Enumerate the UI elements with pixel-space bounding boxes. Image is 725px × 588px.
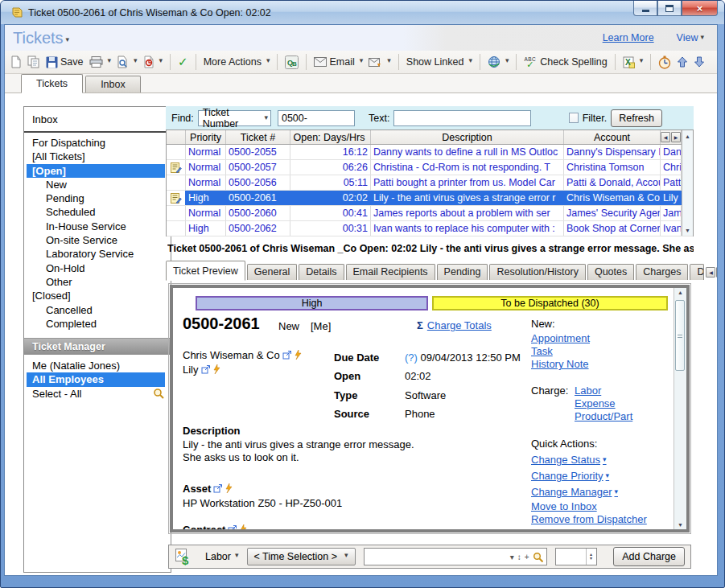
- minimize-button[interactable]: [633, 1, 657, 16]
- change-priority-link[interactable]: Change Priority: [531, 470, 609, 482]
- quickbooks-button[interactable]: QB: [285, 56, 299, 69]
- more-actions-button[interactable]: More Actions: [204, 56, 270, 68]
- tab-resolution-history[interactable]: Resolution/History: [489, 264, 585, 280]
- sidebar-item-cancelled[interactable]: Cancelled: [24, 303, 171, 317]
- item-combo[interactable]: ▾ ↕ +: [364, 548, 547, 565]
- check-spelling-button[interactable]: ABC✓Check Spelling: [524, 56, 607, 68]
- quantity-stepper[interactable]: ▴▾: [555, 548, 597, 565]
- approve-button[interactable]: ✓: [178, 55, 188, 69]
- new-task-link[interactable]: Task: [531, 345, 553, 357]
- ticket-number-input[interactable]: [278, 110, 355, 126]
- table-row[interactable]: Normal 0500-2060 00:41 James reports abo…: [167, 206, 693, 221]
- preview-vertical-scrollbar[interactable]: ▲ ▼: [674, 288, 686, 529]
- change-status-link[interactable]: Change Status: [531, 454, 607, 466]
- find-field-select[interactable]: Ticket Number: [198, 110, 271, 126]
- time-selection-button[interactable]: < Time Selection >: [247, 548, 356, 565]
- tab-email-recipients[interactable]: Email Recipients: [346, 264, 435, 280]
- learn-more-link[interactable]: Learn More: [603, 32, 654, 43]
- copy-button[interactable]: [27, 56, 40, 68]
- tab-tickets[interactable]: Tickets: [21, 74, 83, 93]
- tab-pending[interactable]: Pending: [437, 264, 488, 280]
- spin-down-icon[interactable]: ▾: [590, 557, 592, 561]
- tab-details[interactable]: Details: [299, 264, 344, 280]
- grid-header-open[interactable]: Open: Days/Hrs: [290, 130, 371, 144]
- tab-scroll-right-icon[interactable]: ▶: [716, 267, 718, 278]
- sidebar-item-closed[interactable]: [Closed]: [24, 289, 171, 302]
- sidebar-item-completed[interactable]: Completed: [24, 317, 171, 331]
- grid-header-ticket[interactable]: Ticket #: [226, 130, 290, 144]
- change-manager-link[interactable]: Change Manager: [531, 486, 618, 498]
- refresh-button[interactable]: Refresh: [611, 109, 662, 127]
- lightning-icon[interactable]: [213, 364, 220, 374]
- maximize-button[interactable]: [657, 1, 682, 16]
- open-link-icon[interactable]: [201, 365, 211, 374]
- add-charge-button[interactable]: Add Charge: [613, 547, 685, 566]
- charge-labor-link[interactable]: Labor: [575, 384, 601, 397]
- save-button[interactable]: Save: [46, 56, 84, 68]
- tab-scroll-left-icon[interactable]: ◀: [706, 267, 715, 278]
- previous-record-button[interactable]: [677, 56, 688, 68]
- scroll-right-icon[interactable]: ▶: [671, 132, 681, 142]
- scroll-up-icon[interactable]: ▲: [674, 290, 686, 295]
- sidebar-item-laboratory-service[interactable]: Laboratory Service: [24, 247, 171, 261]
- timer-button[interactable]: [658, 56, 671, 69]
- due-date-help[interactable]: (?): [405, 352, 418, 364]
- new-history-note-link[interactable]: History Note: [531, 358, 589, 370]
- lightning-icon[interactable]: [295, 350, 302, 360]
- print-preview-button[interactable]: [117, 56, 138, 68]
- charge-totals-link[interactable]: Charge Totals: [427, 319, 492, 331]
- web-button[interactable]: [488, 56, 509, 68]
- charge-totals[interactable]: ΣCharge Totals: [417, 319, 492, 331]
- sidebar-item-on-site-service[interactable]: On-site Service: [24, 233, 171, 247]
- show-linked-button[interactable]: Show Linked: [406, 56, 472, 68]
- sidebar-item-on-hold[interactable]: On-Hold: [24, 261, 171, 275]
- print-button[interactable]: [89, 56, 112, 68]
- email-receive-button[interactable]: [369, 57, 391, 68]
- sidebar-item-in-house-service[interactable]: In-House Service: [24, 220, 171, 233]
- scroll-down-icon[interactable]: ▼: [674, 522, 686, 528]
- manager-item-all-employees[interactable]: All Employees: [27, 372, 165, 386]
- scroll-up-icon[interactable]: ▲: [682, 130, 693, 142]
- sidebar-item-other[interactable]: Other: [24, 275, 171, 289]
- grid-header-description[interactable]: Description: [371, 130, 564, 144]
- view-dropdown[interactable]: View: [677, 32, 704, 43]
- open-link-icon[interactable]: [282, 351, 292, 360]
- tab-quotes[interactable]: Quotes: [587, 264, 634, 280]
- pdf-export-button[interactable]: [143, 56, 163, 68]
- charge-category-dropdown[interactable]: Labor: [205, 551, 239, 562]
- new-button[interactable]: [10, 56, 22, 68]
- email-button[interactable]: Email: [314, 56, 363, 68]
- table-row[interactable]: High 0500-2062 00:31 Ivan wants to repla…: [167, 221, 693, 236]
- manager-item-select-all[interactable]: Select - All: [24, 387, 171, 401]
- tab-inbox[interactable]: Inbox: [85, 76, 141, 93]
- sidebar-item-scheduled[interactable]: Scheduled: [24, 205, 171, 219]
- sidebar-item-new[interactable]: New: [24, 178, 171, 191]
- tab-general[interactable]: General: [247, 264, 297, 280]
- move-to-inbox-link[interactable]: Move to Inbox: [531, 500, 597, 512]
- sidebar-item-all-tickets[interactable]: [All Tickets]: [24, 150, 171, 163]
- module-title-dropdown[interactable]: Tickets: [13, 29, 69, 47]
- excel-export-button[interactable]: X: [623, 56, 644, 68]
- charge-product-part-link[interactable]: Product/Part: [575, 410, 632, 422]
- sidebar-item-pending[interactable]: Pending: [24, 191, 171, 205]
- close-button[interactable]: ×: [682, 1, 718, 16]
- next-record-button[interactable]: [694, 56, 705, 68]
- lightning-icon[interactable]: [225, 483, 233, 493]
- grid-header-priority[interactable]: Priority: [186, 130, 226, 144]
- scrollbar-thumb[interactable]: [675, 300, 685, 371]
- filter-checkbox[interactable]: [569, 113, 578, 123]
- sidebar-item-open[interactable]: [Open]: [27, 164, 165, 178]
- open-link-icon[interactable]: [213, 484, 223, 493]
- tab-ticket-preview[interactable]: Ticket Preview: [166, 261, 245, 281]
- stepper-arrows[interactable]: ▴▾: [586, 549, 596, 565]
- scroll-down-icon[interactable]: ▼: [682, 224, 693, 236]
- table-row[interactable]: Normal 0500-2055 16:12 Danny wants to de…: [167, 145, 693, 160]
- table-row[interactable]: Normal 0500-2056 05:11 Patti bought a pr…: [167, 175, 693, 191]
- remove-from-dispatcher-link[interactable]: Remove from Dispatcher: [531, 513, 647, 525]
- manager-item-me[interactable]: Me (Natalie Jones): [24, 359, 171, 372]
- grid-header-account[interactable]: Account: [564, 130, 661, 144]
- charge-expense-link[interactable]: Expense: [575, 397, 616, 409]
- table-row[interactable]: Normal 0500-2057 06:26 Christina - Cd-Ro…: [167, 160, 693, 175]
- scroll-left-icon[interactable]: ◀: [661, 132, 670, 142]
- grid-vertical-scrollbar[interactable]: ▲ ▼: [682, 130, 693, 236]
